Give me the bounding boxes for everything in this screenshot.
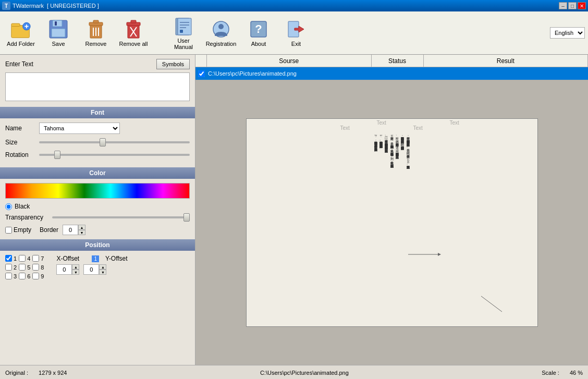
pos-check-5[interactable]: 5 (19, 264, 30, 271)
doc-col-4: 中距离100公里，日本明治时代一般工厂的平均工资约为0.5元银元，而当时一碗拉面… (389, 135, 394, 322)
scale-value: 46 % (570, 370, 583, 376)
transparency-label: Transparency (5, 214, 52, 221)
user-manual-label: User Manual (168, 38, 199, 50)
source-col-header: Sourse (207, 55, 372, 67)
x-offset-spinbox: ▲ ▼ (56, 264, 79, 275)
svg-text:?: ? (255, 22, 262, 35)
text-section: Enter Text Symbols (0, 55, 195, 107)
maximize-button[interactable]: □ (568, 2, 577, 9)
doc-col-3: 口一、课程标准要求：了解并掌握中国西北地区典型的自然地理环境特征，理解荒漠化的自… (384, 135, 388, 322)
original-size: 1279 x 924 (39, 370, 67, 376)
titlebar-status: [ UNREGISTERED ] (47, 3, 559, 9)
about-icon: ? (248, 19, 269, 40)
titlebar-app-name: TWatermark (13, 3, 44, 9)
pos-check-1[interactable]: 1 (5, 255, 17, 262)
border-spin-up[interactable]: ▲ (78, 225, 85, 230)
pos-check-6[interactable]: 6 (19, 273, 30, 279)
remove-all-label: Remove all (119, 41, 148, 47)
offset-values-row: ▲ ▼ ▲ ▼ (56, 264, 134, 275)
file-checkbox[interactable] (198, 70, 205, 77)
color-black-radio[interactable] (5, 203, 12, 210)
save-icon (48, 19, 69, 40)
font-size-slider[interactable] (39, 138, 190, 146)
exit-icon (286, 19, 307, 40)
right-panel: Sourse Status Result C:\Users\pc\Picture… (195, 55, 588, 365)
registration-button[interactable]: Registration (203, 15, 239, 51)
position-section-header: Position (0, 239, 195, 251)
color-radio-row: Black (5, 203, 190, 210)
status-col-header: Status (372, 55, 424, 67)
about-button[interactable]: ? About (241, 15, 276, 51)
registration-label: Registration (206, 41, 237, 47)
y-offset-label: Y-Offset (105, 255, 134, 262)
exit-button[interactable]: Exit (278, 15, 314, 51)
add-folder-button[interactable]: Add Folder (3, 15, 39, 51)
language-selector[interactable]: English (550, 27, 585, 39)
border-spin-down[interactable]: ▼ (78, 230, 85, 235)
empty-checkbox[interactable] (5, 227, 12, 234)
color-picker-bar[interactable] (5, 183, 190, 199)
check-col-header (195, 55, 207, 67)
pos-check-9[interactable]: 9 (32, 273, 44, 279)
statusbar: Original : 1279 x 924 C:\Users\pc\Pictur… (0, 365, 588, 379)
remove-icon (85, 19, 106, 40)
x-offset-input[interactable] (56, 264, 72, 275)
main-area: Enter Text Symbols Font Name Tahoma Size (0, 55, 588, 365)
add-folder-label: Add Folder (7, 41, 35, 47)
document-content: 2．了解中国西北地区最重要地貌特征，从不同角度进行思考分析与探讨，并联系当地发展… (257, 129, 527, 316)
empty-checkbox-label[interactable]: Empty (5, 226, 31, 234)
font-name-row: Name Tahoma (5, 123, 190, 134)
transparency-slider[interactable] (52, 213, 190, 222)
file-checkbox-cell (195, 70, 207, 77)
user-manual-button[interactable]: User Manual (166, 14, 201, 52)
position-grid: 1 2 3 4 5 6 7 8 9 X-Offse (5, 255, 190, 279)
svg-rect-23 (178, 18, 191, 35)
result-col-header: Result (424, 55, 589, 67)
font-rotation-row: Rotation (5, 151, 190, 159)
pos-check-3[interactable]: 3 (5, 273, 17, 279)
filepath: C:\Users\pc\Pictures\animated.png (260, 370, 349, 376)
x-spin-down[interactable]: ▼ (72, 270, 79, 275)
svg-rect-19 (131, 20, 136, 23)
svg-point-29 (218, 24, 224, 29)
doc-col-1: 2．了解中国西北地区最重要地貌特征，从不同角度进行思考分析与探讨，并联系当地发展… (373, 135, 377, 322)
preview-image: Text Text Text Text 2．了解中国西北地区最重要地貌特征，从不… (246, 118, 538, 327)
app-icon: T (2, 2, 10, 10)
x-offset-label: X-Offset (56, 255, 88, 262)
pos-check-4[interactable]: 4 (19, 255, 30, 262)
empty-label: Empty (14, 226, 31, 234)
x-spin-up[interactable]: ▲ (72, 264, 79, 270)
svg-rect-27 (180, 30, 183, 33)
font-rotation-slider[interactable] (39, 151, 190, 159)
y-spin-down[interactable]: ▼ (99, 270, 106, 275)
close-button[interactable]: ✕ (578, 2, 586, 9)
pos-check-2[interactable]: 2 (5, 264, 17, 271)
color-black-label: Black (15, 203, 30, 210)
remove-button[interactable]: Remove (78, 15, 114, 51)
svg-rect-8 (53, 20, 62, 27)
y-offset-input[interactable] (83, 264, 99, 275)
text-input[interactable] (5, 72, 190, 101)
registration-icon (211, 19, 231, 40)
border-spinbox-buttons: ▲ ▼ (78, 225, 85, 235)
font-size-label: Size (5, 139, 39, 146)
save-button[interactable]: Save (41, 15, 76, 51)
doc-col-6: 从西藏自治区的交通发展历史来看，贡献了大量的科技工程解决方案。同时，航空交通在西… (400, 135, 405, 322)
svg-text:T: T (5, 3, 8, 9)
doc-col-5: 断、西部、南部等方面进行分析，通，藏、蒙古等西部地区的交通运输主要依靠公路、铁路… (395, 135, 399, 322)
toolbar: Add Folder Save Remove (0, 11, 588, 55)
pos-check-8[interactable]: 8 (32, 264, 44, 271)
y-spin-up[interactable]: ▲ (99, 264, 106, 270)
titlebar-controls: – □ ✕ (559, 2, 586, 9)
remove-all-icon (123, 19, 144, 40)
font-name-select[interactable]: Tahoma (39, 123, 120, 134)
svg-rect-10 (55, 21, 57, 26)
minimize-button[interactable]: – (559, 2, 567, 9)
pos-col-2: 4 5 6 (19, 255, 30, 279)
remove-all-button[interactable]: Remove all (116, 15, 151, 51)
font-properties: Name Tahoma Size Rotation (0, 118, 195, 167)
pos-check-7[interactable]: 7 (32, 255, 44, 262)
table-row[interactable]: C:\Users\pc\Pictures\animated.png (195, 67, 588, 80)
border-value-input[interactable] (63, 225, 78, 235)
symbols-button[interactable]: Symbols (156, 59, 190, 69)
